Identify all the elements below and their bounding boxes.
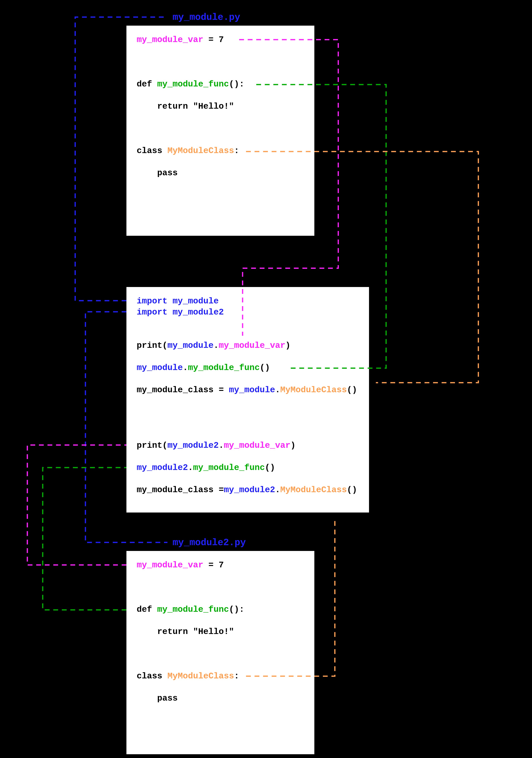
file1-def-rest: ():: [229, 79, 244, 89]
diagram-canvas: my_module.py my_module_var = 7 def my_mo…: [0, 0, 532, 758]
import1-mod: my_module: [173, 296, 219, 306]
file2-label: my_module2.py: [173, 537, 246, 548]
file2-pass-line: pass: [137, 693, 304, 704]
import2-mod: my_module2: [173, 307, 224, 317]
import1-line: import my_module: [137, 295, 359, 307]
file2-def-line: def my_module_func():: [137, 604, 304, 615]
print2-line: print(my_module2.my_module_var): [137, 440, 359, 451]
file1-class-line: class MyModuleClass:: [137, 145, 304, 156]
file1-code-box: my_module_var = 7 def my_module_func(): …: [126, 26, 314, 236]
arrow-my_module_var-2: [27, 445, 126, 565]
file1-class-rest: :: [234, 146, 239, 155]
file1-var-rest: = 7: [203, 35, 224, 45]
call2-line: my_module2.my_module_func(): [137, 462, 359, 473]
file1-func-name: my_module_func: [157, 79, 229, 89]
file1-class-name: MyModuleClass: [167, 146, 234, 155]
file1-var-line: my_module_var = 7: [137, 34, 304, 45]
file1-pass-line: pass: [137, 167, 304, 179]
call1-line: my_module.my_module_func(): [137, 362, 359, 373]
arrow-my_module_func-2: [43, 467, 126, 610]
assign2-line: my_module_class =my_module2.MyModuleClas…: [137, 484, 359, 496]
import2-kw: import: [137, 307, 173, 317]
file1-def-line: def my_module_func():: [137, 79, 304, 90]
file2-var-name: my_module_var: [137, 560, 203, 570]
file2-var-rest: = 7: [203, 560, 224, 570]
file1-def-kw: def: [137, 79, 157, 89]
file1-label: my_module.py: [173, 12, 240, 23]
import2-line: import my_module2: [137, 307, 359, 318]
file2-return-line: return "Hello!": [137, 626, 304, 637]
file2-class-line: class MyModuleClass:: [137, 671, 304, 682]
assign1-line: my_module_class = my_module.MyModuleClas…: [137, 384, 359, 396]
file1-class-kw: class: [137, 146, 167, 155]
import1-kw: import: [137, 296, 173, 306]
file2-code-box: my_module_var = 7 def my_module_func(): …: [126, 551, 314, 754]
main-code-box: import my_module import my_module2 print…: [126, 287, 369, 512]
print1-line: print(my_module.my_module_var): [137, 340, 359, 351]
file1-return-line: return "Hello!": [137, 101, 304, 112]
file2-var-line: my_module_var = 7: [137, 560, 304, 570]
file1-var-name: my_module_var: [137, 35, 203, 45]
